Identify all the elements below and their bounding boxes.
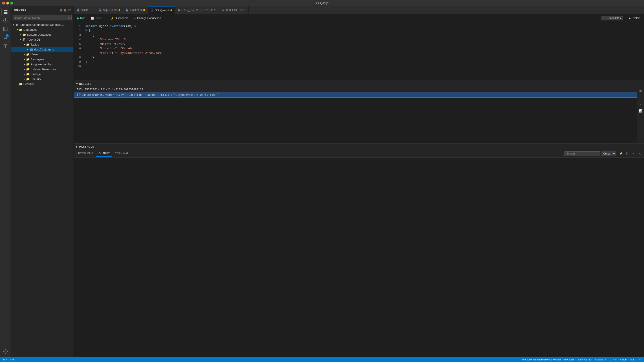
- status-errors[interactable]: ⊗ 3: [3, 358, 7, 361]
- programmability-label: Programmability: [30, 63, 52, 66]
- status-warnings[interactable]: ⚠ 0: [10, 358, 14, 361]
- code-content[interactable]: declare @json nvarchar(max) = N'[ { "Cus…: [83, 22, 644, 81]
- tree-server[interactable]: 🖥 tutorialserver.database.windows....: [11, 22, 74, 27]
- results-header[interactable]: ▾ RESULTS: [74, 81, 644, 87]
- minimize-button[interactable]: [6, 2, 9, 4]
- warning-count: 0: [12, 358, 14, 361]
- tab-terminal[interactable]: TERMINAL: [112, 151, 131, 157]
- chart-button[interactable]: ⇄: [638, 95, 643, 100]
- sidebar-new-query-icon[interactable]: ⊕: [60, 8, 63, 12]
- tree-arrow-customers[interactable]: [26, 47, 30, 51]
- maximize-button[interactable]: [10, 2, 13, 4]
- tree-arrow-server[interactable]: [12, 23, 15, 26]
- change-connection-button[interactable]: ↔ Change Connection: [132, 16, 163, 20]
- tree-arrow-external-resources[interactable]: [22, 67, 26, 71]
- tree-arrow-storage[interactable]: [22, 72, 26, 76]
- status-line-ending: CRLF: [620, 358, 627, 361]
- disconnect-icon: ⚡: [110, 16, 114, 20]
- databases-folder-icon: 📁: [19, 28, 22, 31]
- code-line-4: "CustomerID": 5,: [85, 37, 641, 42]
- activity-git[interactable]: [2, 42, 9, 50]
- line-numbers: 1234 5678 910: [74, 22, 83, 81]
- activity-history[interactable]: [2, 16, 9, 24]
- tree-arrow-databases[interactable]: [15, 28, 19, 31]
- results-row-1-value: [{"CustomerID":5,"Name":"Lucy","Location…: [74, 92, 644, 98]
- tab-problems[interactable]: PROBLEMS: [76, 151, 96, 157]
- search-box: ✕: [12, 15, 72, 20]
- storage-label: Storage: [30, 72, 41, 76]
- synonyms-folder-icon: 📁: [26, 57, 30, 61]
- status-smiley: ☺: [639, 358, 641, 361]
- bottom-search-select[interactable]: Output: [601, 151, 616, 156]
- tab-output[interactable]: OUTPUT: [96, 151, 112, 157]
- results-content[interactable]: JSON_F52E2B61-18A1-11d1-B105-00805F49916…: [74, 87, 644, 98]
- tab-sqlquery2[interactable]: 🗄 SQLQuery2: [148, 6, 175, 14]
- activity-bar: 3: [0, 6, 11, 357]
- tree-arrow-tables[interactable]: [22, 43, 26, 46]
- export-button[interactable]: ↓: [638, 101, 643, 107]
- filter-button[interactable]: ⚡: [618, 151, 623, 156]
- bottom-search-input[interactable]: [564, 151, 600, 156]
- bottom-actions: ⚡ ⎘ ∧ ✕: [618, 151, 642, 156]
- search-input[interactable]: [12, 15, 72, 20]
- activity-servers[interactable]: [2, 8, 9, 16]
- tree-arrow-tutorialdb[interactable]: [19, 38, 22, 41]
- tree-tables[interactable]: 📁 Tables: [11, 42, 74, 47]
- code-line-1: declare @json nvarchar(max) =: [85, 24, 641, 28]
- sidebar-refresh-icon[interactable]: ↺: [68, 8, 71, 12]
- tree-views[interactable]: 📁 Views: [11, 52, 74, 57]
- tree-programmability[interactable]: 📁 Programmability: [11, 62, 74, 67]
- code-editor[interactable]: 1234 5678 910 declare @json nvarchar(max…: [74, 22, 644, 81]
- sidebar-disconnect-icon[interactable]: ⊟: [64, 8, 67, 12]
- tab-more-button[interactable]: ···: [638, 6, 644, 14]
- tree-storage[interactable]: 📁 Storage: [11, 72, 74, 76]
- tab-sqlquery1-icon: 🗄: [99, 8, 102, 12]
- tab-rialdb-label: rialDB: [80, 8, 88, 12]
- grid-view-button[interactable]: ⊞: [638, 88, 643, 93]
- svg-point-8: [4, 44, 4, 45]
- activity-settings[interactable]: [2, 348, 9, 355]
- tree-external-resources[interactable]: 📁 External Resources: [11, 67, 74, 72]
- toolbar-separator: [107, 16, 107, 20]
- status-bar-right: tutorialserver.database.windows.net : Tu…: [522, 358, 641, 361]
- tree-dbo-customers[interactable]: ▦ dbo.Customers: [11, 47, 74, 52]
- scroll-up-button[interactable]: ∧: [631, 151, 636, 156]
- activity-search[interactable]: 3: [2, 34, 9, 41]
- bar-chart-button[interactable]: 📊: [638, 108, 643, 114]
- tab-untitled3[interactable]: 🗄 Untitled-3: [123, 6, 148, 14]
- tree-arrow-security-server[interactable]: [15, 82, 19, 86]
- status-language: SQL: [630, 358, 635, 361]
- search-clear-icon[interactable]: ✕: [68, 16, 70, 19]
- tree-arrow-views[interactable]: [22, 52, 26, 56]
- tab-json[interactable]: {} JSON_F52E2B61-18A1-11d1-B105-00805F49…: [175, 6, 248, 14]
- svg-rect-2: [4, 13, 8, 14]
- explain-label: Explain: [632, 16, 640, 20]
- copy-button[interactable]: ⎘: [625, 151, 630, 156]
- tree-system-databases[interactable]: 📁 System Databases: [11, 32, 74, 37]
- close-panel-button[interactable]: ✕: [637, 151, 642, 156]
- tab-rialdb[interactable]: 🗄 rialDB: [74, 6, 96, 14]
- close-button[interactable]: [2, 2, 5, 4]
- explain-button[interactable]: ◈ Explain: [627, 16, 642, 20]
- run-button[interactable]: ▶ Run: [76, 16, 87, 20]
- svg-line-7: [6, 38, 7, 39]
- tree-arrow-system-db[interactable]: [19, 33, 22, 36]
- tree-security-db[interactable]: 📁 Security: [11, 76, 74, 81]
- activity-book[interactable]: [2, 25, 9, 33]
- tree-arrow-programmability[interactable]: [22, 62, 26, 66]
- database-selector[interactable]: 🗄 TutorialDB ▾: [601, 16, 623, 20]
- results-row-1[interactable]: [{"CustomerID":5,"Name":"Lucy","Location…: [74, 92, 644, 98]
- results-title: RESULTS: [79, 83, 92, 85]
- tab-sqlquery1[interactable]: 🗄 SQLQuery1: [96, 6, 123, 14]
- tree-tutorialdb[interactable]: 🗄 TutorialDB: [11, 37, 74, 42]
- tree-security-server[interactable]: 📁 Security: [11, 81, 74, 86]
- tree-arrow-synonyms[interactable]: [22, 57, 26, 61]
- run-icon: ▶: [77, 16, 79, 20]
- sidebar-header: SERVERS ⊕ ⊟ ↺: [11, 6, 74, 14]
- disconnect-button[interactable]: ⚡ Disconnect: [109, 16, 130, 20]
- messages-header[interactable]: ▸ MESSAGES: [74, 144, 644, 150]
- tree-databases[interactable]: 📁 Databases: [11, 27, 74, 32]
- tree-arrow-security-db[interactable]: [22, 77, 26, 81]
- terminal-label: TERMINAL: [115, 152, 129, 155]
- tree-synonyms[interactable]: 📁 Synonyms: [11, 57, 74, 62]
